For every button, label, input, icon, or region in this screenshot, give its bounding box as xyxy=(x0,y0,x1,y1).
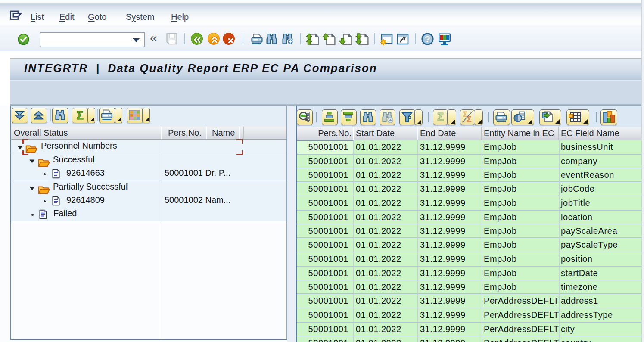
svg-text:Σ: Σ xyxy=(76,109,83,121)
svg-text:?: ? xyxy=(425,34,430,44)
svg-text:Σ: Σ xyxy=(437,111,444,123)
